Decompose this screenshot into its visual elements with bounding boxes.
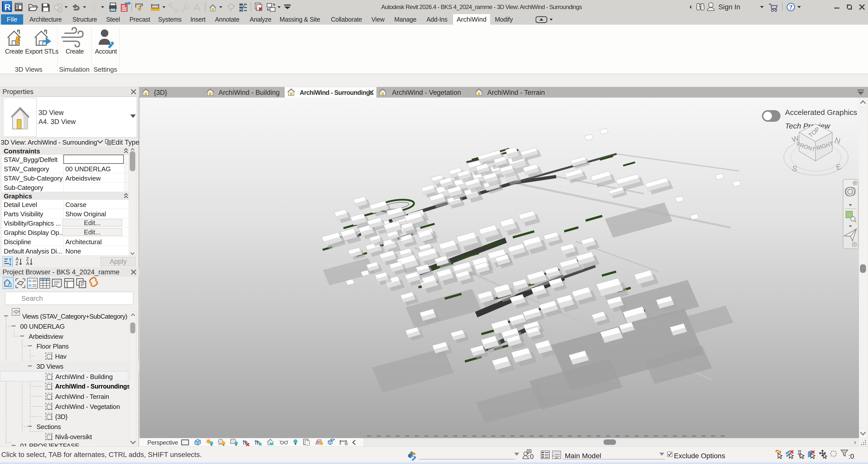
- svg-text:N: N: [834, 136, 841, 145]
- svg-text:Z: Z: [16, 261, 18, 266]
- svg-text:E: E: [835, 162, 842, 172]
- svg-text:S: S: [791, 164, 798, 173]
- svg-text:1: 1: [185, 4, 187, 9]
- svg-text:Sign In: Sign In: [718, 3, 740, 11]
- svg-text:Exclude Options: Exclude Options: [674, 452, 725, 460]
- svg-text:A: A: [16, 256, 19, 261]
- svg-text:R: R: [4, 2, 11, 12]
- svg-text::0: :0: [848, 453, 854, 460]
- svg-text::0: :0: [528, 453, 534, 461]
- svg-text:A: A: [193, 1, 200, 13]
- svg-text:A: A: [26, 261, 29, 266]
- svg-text:?: ?: [789, 3, 793, 11]
- svg-text:Z: Z: [26, 256, 29, 261]
- svg-text:Main Model: Main Model: [565, 452, 601, 460]
